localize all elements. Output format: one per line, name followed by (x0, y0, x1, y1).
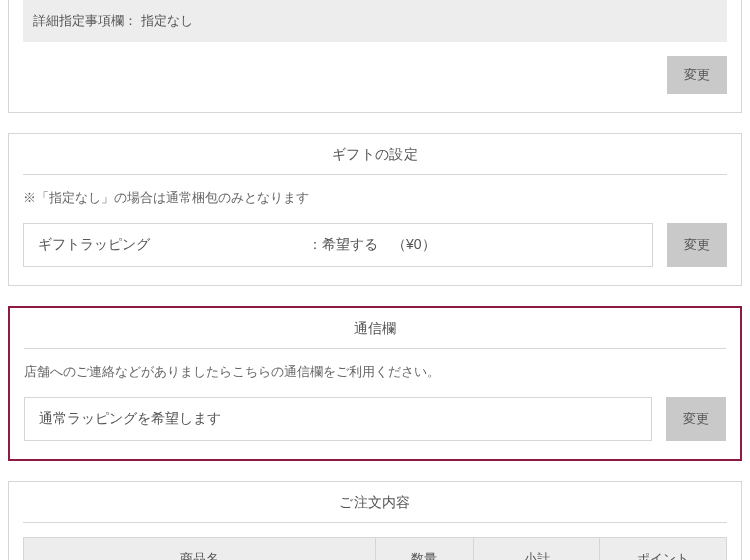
detail-spec-section: 詳細指定事項欄： 指定なし 変更 (8, 0, 742, 113)
order-col-points: ポイント (600, 538, 727, 561)
order-col-qty: 数量 (375, 538, 473, 561)
gift-wrapping-label: ギフトラッピング (38, 236, 308, 254)
message-note: 店舗へのご連絡などがありましたらこちらの通信欄をご利用ください。 (24, 349, 726, 391)
detail-spec-value: 指定なし (141, 12, 193, 30)
message-field: 通常ラッピングを希望します (24, 397, 652, 441)
order-col-subtotal: 小計 (473, 538, 600, 561)
order-col-name: 商品名 (24, 538, 376, 561)
change-button[interactable]: 変更 (667, 56, 727, 94)
gift-wrapping-value: ：希望する （¥0） (308, 236, 638, 254)
message-section: 通信欄 店舗へのご連絡などがありましたらこちらの通信欄をご利用ください。 通常ラ… (8, 306, 742, 461)
order-section: ご注文内容 商品名 数量 小計 ポイント (8, 481, 742, 560)
message-row: 通常ラッピングを希望します 変更 (24, 397, 726, 441)
change-button[interactable]: 変更 (667, 223, 727, 267)
message-value: 通常ラッピングを希望します (39, 410, 221, 428)
gift-settings-section: ギフトの設定 ※「指定なし」の場合は通常梱包のみとなります ギフトラッピング ：… (8, 133, 742, 286)
order-table-header-row: 商品名 数量 小計 ポイント (24, 538, 727, 561)
change-button[interactable]: 変更 (666, 397, 726, 441)
detail-spec-label: 詳細指定事項欄： (33, 12, 137, 30)
order-table: 商品名 数量 小計 ポイント (23, 537, 727, 560)
gift-wrapping-field: ギフトラッピング ：希望する （¥0） (23, 223, 653, 267)
order-title: ご注文内容 (23, 482, 727, 523)
gift-settings-title: ギフトの設定 (23, 134, 727, 175)
detail-spec-row: 詳細指定事項欄： 指定なし (23, 0, 727, 42)
message-title: 通信欄 (24, 308, 726, 349)
detail-spec-actions: 変更 (23, 42, 727, 94)
gift-row: ギフトラッピング ：希望する （¥0） 変更 (23, 223, 727, 267)
gift-settings-note: ※「指定なし」の場合は通常梱包のみとなります (23, 175, 727, 217)
